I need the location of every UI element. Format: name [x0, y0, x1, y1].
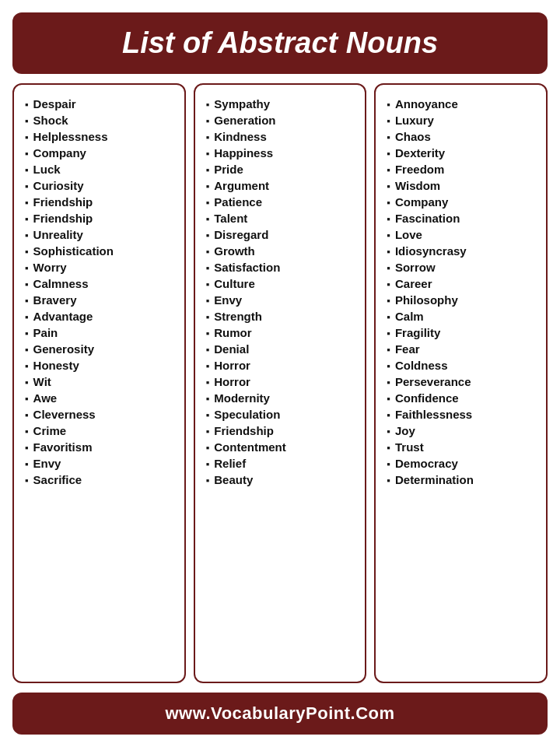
list-item: Wisdom [387, 177, 538, 194]
list-item: Horror [206, 374, 358, 390]
column-3-list: AnnoyanceLuxuryChaosDexterityFreedomWisd… [387, 96, 538, 488]
list-item: Denial [206, 341, 358, 357]
list-item: Relief [206, 455, 358, 472]
list-item: Bravery [25, 292, 177, 308]
list-item: Cleverness [25, 406, 177, 423]
list-item: Talent [206, 210, 358, 226]
list-item: Company [25, 145, 177, 161]
list-item: Sophistication [25, 243, 177, 259]
list-item: Growth [206, 243, 358, 259]
column-1: DespairShockHelplessnessCompanyLuckCurio… [12, 83, 186, 683]
list-item: Worry [25, 259, 177, 275]
list-item: Shock [25, 112, 177, 128]
list-item: Fascination [387, 210, 538, 226]
list-item: Awe [25, 390, 177, 406]
list-item: Curiosity [25, 177, 177, 194]
list-item: Favoritism [25, 439, 177, 455]
page-title: List of Abstract Nouns [28, 26, 532, 60]
list-item: Satisfaction [206, 259, 358, 275]
list-item: Generation [206, 112, 358, 128]
column-3: AnnoyanceLuxuryChaosDexterityFreedomWisd… [374, 83, 548, 683]
list-item: Sacrifice [25, 472, 177, 488]
list-item: Friendship [25, 194, 177, 210]
columns-container: DespairShockHelplessnessCompanyLuckCurio… [12, 83, 548, 683]
list-item: Confidence [387, 390, 538, 406]
list-item: Determination [387, 472, 538, 488]
list-item: Rumor [206, 324, 358, 341]
list-item: Faithlessness [387, 406, 538, 423]
list-item: Idiosyncrasy [387, 243, 538, 259]
footer-url: www.VocabularyPoint.Com [165, 703, 394, 723]
list-item: Honesty [25, 357, 177, 374]
list-item: Patience [206, 194, 358, 210]
column-2: SympathyGenerationKindnessHappinessPride… [194, 83, 367, 683]
list-item: Despair [25, 96, 177, 112]
list-item: Modernity [206, 390, 358, 406]
list-item: Company [387, 194, 538, 210]
list-item: Calmness [25, 275, 177, 292]
list-item: Chaos [387, 128, 538, 145]
list-item: Luxury [387, 112, 538, 128]
list-item: Generosity [25, 341, 177, 357]
column-2-list: SympathyGenerationKindnessHappinessPride… [206, 96, 358, 488]
list-item: Annoyance [387, 96, 538, 112]
list-item: Argument [206, 177, 358, 194]
list-item: Strength [206, 308, 358, 324]
list-item: Unreality [25, 226, 177, 243]
list-item: Envy [25, 455, 177, 472]
list-item: Speculation [206, 406, 358, 423]
list-item: Trust [387, 439, 538, 455]
list-item: Envy [206, 292, 358, 308]
list-item: Dexterity [387, 145, 538, 161]
list-item: Coldness [387, 357, 538, 374]
list-item: Joy [387, 423, 538, 439]
list-item: Fragility [387, 324, 538, 341]
list-item: Contentment [206, 439, 358, 455]
list-item: Freedom [387, 161, 538, 177]
list-item: Culture [206, 275, 358, 292]
list-item: Horror [206, 357, 358, 374]
list-item: Pain [25, 324, 177, 341]
list-item: Philosophy [387, 292, 538, 308]
column-1-list: DespairShockHelplessnessCompanyLuckCurio… [25, 96, 177, 488]
list-item: Democracy [387, 455, 538, 472]
list-item: Sorrow [387, 259, 538, 275]
page-footer: www.VocabularyPoint.Com [12, 693, 548, 735]
list-item: Beauty [206, 472, 358, 488]
list-item: Luck [25, 161, 177, 177]
page-header: List of Abstract Nouns [12, 12, 548, 74]
list-item: Love [387, 226, 538, 243]
list-item: Calm [387, 308, 538, 324]
list-item: Sympathy [206, 96, 358, 112]
list-item: Advantage [25, 308, 177, 324]
list-item: Friendship [206, 423, 358, 439]
list-item: Happiness [206, 145, 358, 161]
list-item: Friendship [25, 210, 177, 226]
list-item: Helplessness [25, 128, 177, 145]
list-item: Fear [387, 341, 538, 357]
list-item: Career [387, 275, 538, 292]
list-item: Disregard [206, 226, 358, 243]
list-item: Kindness [206, 128, 358, 145]
list-item: Pride [206, 161, 358, 177]
list-item: Wit [25, 374, 177, 390]
list-item: Crime [25, 423, 177, 439]
list-item: Perseverance [387, 374, 538, 390]
